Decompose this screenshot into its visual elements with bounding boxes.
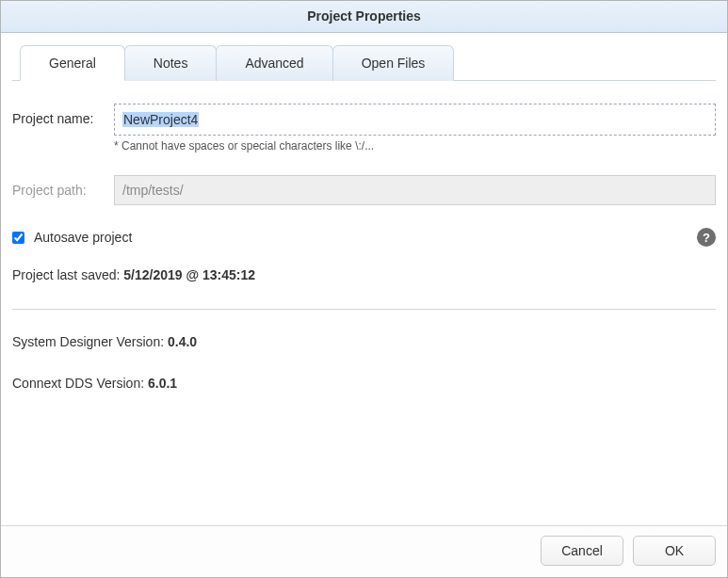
- system-designer-version-value: 0.4.0: [168, 334, 197, 349]
- tab-notes[interactable]: Notes: [124, 45, 218, 81]
- system-designer-version-label: System Designer Version:: [12, 334, 168, 349]
- dialog-footer: Cancel OK: [1, 525, 727, 577]
- project-name-value: NewProject4: [122, 112, 199, 127]
- autosave-row: Autosave project ?: [12, 228, 716, 247]
- tab-advanced[interactable]: Advanced: [216, 45, 332, 81]
- dialog-content: General Notes Advanced Open Files Projec…: [1, 33, 727, 525]
- tab-bar: General Notes Advanced Open Files: [20, 44, 716, 80]
- project-name-row: Project name: NewProject4 * Cannot have …: [12, 104, 716, 169]
- autosave-checkbox[interactable]: [12, 232, 24, 244]
- tab-general[interactable]: General: [20, 45, 125, 81]
- autosave-label: Autosave project: [34, 230, 132, 245]
- project-name-input[interactable]: NewProject4: [114, 104, 716, 136]
- project-path-input: [114, 175, 716, 205]
- connext-dds-version-value: 6.0.1: [148, 376, 177, 391]
- section-divider: [12, 309, 716, 310]
- cancel-button[interactable]: Cancel: [541, 536, 623, 566]
- project-name-hint: * Cannot have spaces or special characte…: [114, 139, 716, 153]
- project-properties-dialog: Project Properties General Notes Advance…: [0, 0, 728, 578]
- tab-open-files[interactable]: Open Files: [332, 45, 455, 81]
- ok-button[interactable]: OK: [633, 536, 716, 566]
- last-saved-line: Project last saved: 5/12/2019 @ 13:45:12: [12, 267, 716, 282]
- connext-dds-version-line: Connext DDS Version: 6.0.1: [12, 376, 716, 391]
- connext-dds-version-label: Connext DDS Version:: [12, 376, 148, 391]
- last-saved-label: Project last saved:: [12, 267, 123, 282]
- dialog-title: Project Properties: [1, 1, 727, 33]
- tab-panel-general: Project name: NewProject4 * Cannot have …: [12, 80, 716, 525]
- help-icon[interactable]: ?: [697, 228, 716, 247]
- project-name-label: Project name:: [12, 104, 114, 126]
- project-path-label: Project path:: [12, 175, 114, 198]
- project-path-row: Project path:: [12, 175, 716, 205]
- system-designer-version-line: System Designer Version: 0.4.0: [12, 334, 716, 349]
- last-saved-value: 5/12/2019 @ 13:45:12: [123, 267, 255, 282]
